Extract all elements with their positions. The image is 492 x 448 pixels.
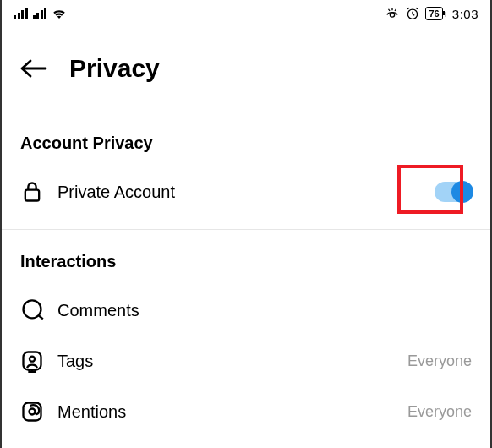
private-account-label: Private Account <box>57 183 421 202</box>
section-title-interactions: Interactions <box>20 252 472 271</box>
back-arrow-icon[interactable] <box>19 57 49 80</box>
battery-indicator: 76 <box>425 7 442 20</box>
wifi-icon <box>52 8 67 19</box>
tags-label: Tags <box>57 352 394 371</box>
tags-row[interactable]: Tags Everyone <box>20 336 472 386</box>
tags-icon <box>20 349 44 373</box>
section-title-account-privacy: Account Privacy <box>20 134 472 153</box>
divider <box>2 229 490 230</box>
private-account-row[interactable]: Private Account <box>20 167 472 222</box>
mentions-icon <box>20 400 44 423</box>
comment-icon <box>20 298 44 322</box>
comments-label: Comments <box>57 301 472 320</box>
page-title: Privacy <box>69 54 160 83</box>
mentions-row[interactable]: Mentions Everyone <box>20 386 472 423</box>
status-bar: 76 ı 3:03 <box>2 0 490 27</box>
comments-row[interactable]: Comments <box>20 285 472 336</box>
tags-value: Everyone <box>407 352 472 370</box>
private-account-toggle[interactable] <box>435 182 472 202</box>
clock: 3:03 <box>452 7 478 21</box>
signal-icon-1 <box>14 8 28 19</box>
mentions-label: Mentions <box>57 402 394 422</box>
svg-rect-2 <box>25 190 39 201</box>
mentions-value: Everyone <box>407 403 472 421</box>
svg-point-0 <box>391 13 395 17</box>
page-header: Privacy <box>2 27 490 103</box>
signal-icon-2 <box>33 8 47 19</box>
svg-point-3 <box>24 300 41 318</box>
svg-point-5 <box>30 357 35 362</box>
alarm-icon <box>405 6 420 21</box>
eye-icon <box>385 6 400 21</box>
lock-icon <box>20 180 44 204</box>
